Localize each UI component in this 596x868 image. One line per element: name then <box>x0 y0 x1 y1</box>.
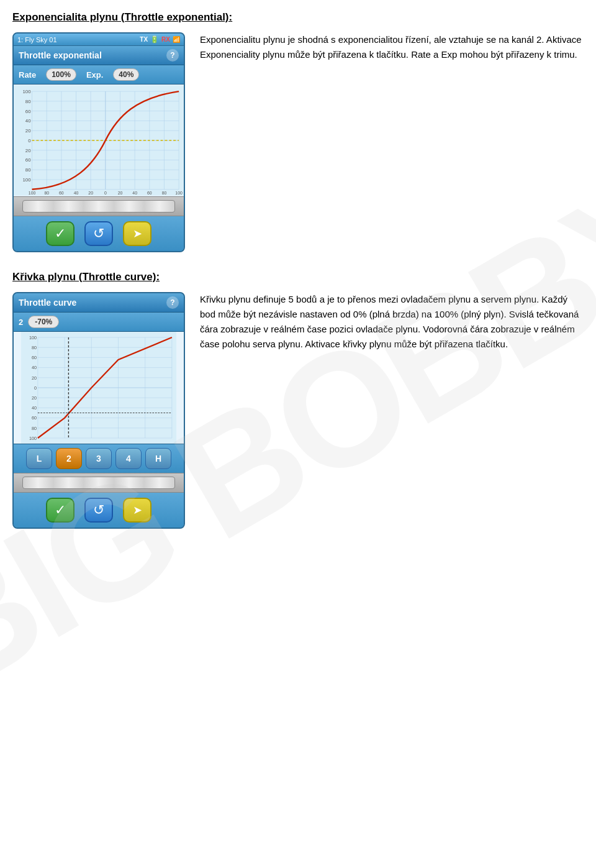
help-icon[interactable]: ? <box>166 49 179 62</box>
svg-text:100: 100 <box>22 177 31 183</box>
section1-desc-text: Exponencialitu plynu je shodná s exponen… <box>200 34 582 60</box>
section1-title: Exponencialita plynu (Throttle exponenti… <box>12 11 584 24</box>
svg-text:60: 60 <box>59 191 64 195</box>
nav-btn-4[interactable]: 4 <box>115 448 142 469</box>
svg-text:80: 80 <box>25 99 31 104</box>
nav-btn-L[interactable]: L <box>26 448 52 469</box>
svg-text:100: 100 <box>29 436 37 441</box>
svg-text:80: 80 <box>44 191 49 195</box>
slider-area[interactable] <box>14 196 184 216</box>
svg-text:20: 20 <box>25 128 31 134</box>
arrow-icon: ➤ <box>133 227 142 240</box>
exp-label: Exp. <box>86 70 103 80</box>
back-button[interactable]: ➤ <box>123 221 151 246</box>
reset2-icon: ↺ <box>93 502 104 518</box>
throttle-curve-chart: 100 80 60 40 20 0 20 40 60 80 100 <box>14 332 184 444</box>
signal-icon: 📶 <box>173 36 180 43</box>
nav-btn-3[interactable]: 3 <box>86 448 112 469</box>
svg-text:0: 0 <box>34 385 37 391</box>
svg-text:0: 0 <box>104 191 107 195</box>
svg-text:40: 40 <box>32 365 37 370</box>
tx-label: TX <box>140 36 148 43</box>
button-row: ✓ ↺ ➤ <box>14 216 184 251</box>
svg-text:100: 100 <box>175 191 183 195</box>
section2-description: Křivku plynu definuje 5 bodů a je to pře… <box>200 292 584 352</box>
device-top-bar: 1: Fly Sky 01 TX 🔋 RX 📶 <box>14 34 184 46</box>
svg-text:80: 80 <box>162 191 167 195</box>
throttle-exp-chart: 100 80 60 40 20 0 20 60 80 100 100 80 60 <box>14 85 184 196</box>
section1-row: 1: Fly Sky 01 TX 🔋 RX 📶 Throttle exponen… <box>12 32 584 252</box>
section2-desc-text: Křivku plynu definuje 5 bodů a je to pře… <box>200 294 579 349</box>
reset-button[interactable]: ↺ <box>84 221 113 246</box>
chart2-svg: 100 80 60 40 20 0 20 40 60 80 100 <box>14 332 184 444</box>
device-throttle-exp: 1: Fly Sky 01 TX 🔋 RX 📶 Throttle exponen… <box>12 32 185 252</box>
svg-text:40: 40 <box>25 118 31 124</box>
reset-icon: ↺ <box>93 226 104 242</box>
help2-icon[interactable]: ? <box>166 296 179 309</box>
device-header-title: Throttle exponential <box>19 50 102 60</box>
nav-btn-H[interactable]: H <box>145 448 171 469</box>
svg-text:100: 100 <box>22 89 31 94</box>
exp-value[interactable]: 40% <box>113 68 139 81</box>
nav-btn-row: L 2 3 4 H <box>14 444 184 473</box>
svg-text:80: 80 <box>32 345 37 350</box>
fly-sky-label: 1: Fly Sky 01 <box>17 36 57 43</box>
svg-text:60: 60 <box>32 415 37 421</box>
rate-value[interactable]: 100% <box>46 68 76 81</box>
svg-text:60: 60 <box>147 191 152 195</box>
rate-label: Rate <box>19 70 36 80</box>
device2-header-title: Throttle curve <box>19 298 76 308</box>
svg-text:60: 60 <box>25 109 31 114</box>
section2: Křivka plynu (Throttle curve): Throttle … <box>12 271 584 529</box>
point-value[interactable]: -70% <box>28 316 59 328</box>
device-throttle-curve: Throttle curve ? 2 -70% <box>12 292 185 529</box>
arrow2-icon: ➤ <box>133 503 142 517</box>
section1-description: Exponencialitu plynu je shodná s exponen… <box>200 32 584 62</box>
svg-text:80: 80 <box>32 426 37 431</box>
section2-row: Throttle curve ? 2 -70% <box>12 292 584 529</box>
svg-text:0: 0 <box>28 138 31 144</box>
slider-track2[interactable] <box>22 477 176 489</box>
svg-text:20: 20 <box>32 395 37 401</box>
svg-text:20: 20 <box>32 375 37 381</box>
svg-text:40: 40 <box>74 191 79 195</box>
check2-icon: ✓ <box>55 502 66 518</box>
device2-header: Throttle curve ? <box>14 293 184 313</box>
svg-text:80: 80 <box>25 167 31 173</box>
confirm-button2[interactable]: ✓ <box>46 498 74 523</box>
section1: Exponencialita plynu (Throttle exponenti… <box>12 11 584 252</box>
confirm-button[interactable]: ✓ <box>46 221 74 246</box>
svg-text:20: 20 <box>88 191 93 195</box>
svg-text:60: 60 <box>32 355 37 360</box>
svg-text:100: 100 <box>29 191 36 195</box>
slider-track[interactable] <box>22 200 176 212</box>
page-container: BIG BOBBY Exponencialita plynu (Throttle… <box>0 0 596 868</box>
back-button2[interactable]: ➤ <box>123 498 151 523</box>
svg-text:40: 40 <box>32 405 37 411</box>
slider-area2[interactable] <box>14 473 184 493</box>
tx-rx-bar: TX 🔋 RX 📶 <box>140 35 180 43</box>
rx-label: RX <box>161 36 170 43</box>
section2-title: Křivka plynu (Throttle curve): <box>12 271 584 283</box>
chart-svg: 100 80 60 40 20 0 20 60 80 100 100 80 60 <box>14 85 184 196</box>
device-header: Throttle exponential ? <box>14 46 184 65</box>
battery-icon: 🔋 <box>150 35 159 43</box>
svg-text:100: 100 <box>29 335 37 340</box>
point-row: 2 -70% <box>14 313 184 332</box>
device-rate-row: Rate 100% Exp. 40% <box>14 65 184 85</box>
svg-text:20: 20 <box>25 148 31 153</box>
reset-button2[interactable]: ↺ <box>84 498 113 523</box>
point-num: 2 <box>19 318 23 327</box>
button-row2: ✓ ↺ ➤ <box>14 493 184 528</box>
svg-text:40: 40 <box>132 191 137 195</box>
svg-text:60: 60 <box>25 157 31 163</box>
svg-text:20: 20 <box>118 191 123 195</box>
nav-btn-2[interactable]: 2 <box>56 448 82 469</box>
check-icon: ✓ <box>55 226 66 242</box>
